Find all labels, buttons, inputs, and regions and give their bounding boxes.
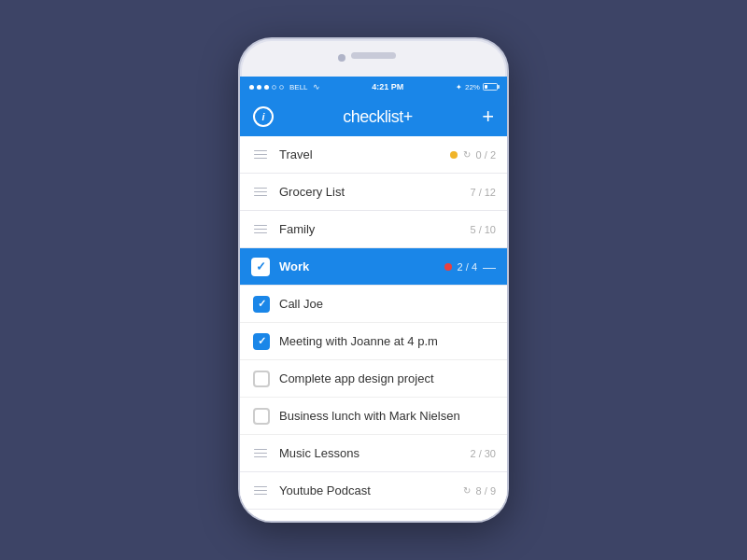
count-family: 5 / 10	[470, 224, 496, 235]
sync-icon-travel: ↻	[463, 149, 471, 160]
list-icon-family	[251, 220, 270, 239]
subitem-label-app-design: Complete app design project	[279, 371, 434, 385]
list-meta-work: 2 / 4 —	[444, 259, 496, 274]
signal-dot-5	[279, 85, 284, 90]
subitem-call-joe[interactable]: ✓ Call Joe	[240, 286, 507, 323]
status-bar: BELL ∿ 4:21 PM ✦ 22%	[240, 77, 507, 97]
list-item-family[interactable]: Family 5 / 10	[240, 211, 507, 248]
list-icon-n	[251, 519, 270, 522]
add-list-button[interactable]: +	[482, 106, 494, 127]
status-time: 4:21 PM	[372, 82, 403, 91]
bluetooth-icon: ✦	[456, 83, 462, 91]
list-icon-travel	[251, 146, 270, 164]
work-checkmark: ✓	[256, 259, 266, 273]
app-title: checklist+	[343, 107, 413, 127]
list-meta-music: 2 / 30	[470, 448, 496, 459]
status-left: BELL ∿	[249, 82, 320, 91]
signal-dot-1	[249, 85, 254, 90]
list-name-work: Work	[279, 259, 444, 273]
work-check-circle: ✓	[251, 258, 270, 276]
wifi-icon: ∿	[313, 82, 320, 91]
info-button[interactable]: i	[253, 106, 274, 127]
list-icon-youtube	[251, 482, 270, 500]
status-right: ✦ 22%	[456, 83, 498, 91]
list-item-grocery[interactable]: Grocery List 7 / 12	[240, 174, 507, 211]
phone-camera	[338, 54, 345, 62]
hamburger-icon-family	[254, 225, 267, 234]
battery-icon	[483, 83, 498, 91]
carrier-label: BELL	[289, 83, 308, 91]
count-grocery: 7 / 12	[470, 187, 496, 198]
list-name-youtube: Youtube Podcast	[279, 483, 463, 497]
list-meta-youtube: ↻ 8 / 9	[463, 485, 496, 497]
checkbox-app-design[interactable]	[253, 371, 270, 387]
list-icon-work: ✓	[251, 258, 270, 276]
volume-down-button	[238, 151, 240, 172]
signal-dot-2	[257, 85, 261, 90]
checkbox-business-lunch[interactable]	[253, 408, 270, 425]
subitem-label-meeting-joanne: Meeting with Joanne at 4 p.m	[279, 334, 438, 348]
list-name-grocery: Grocery List	[279, 185, 470, 199]
list-item-n[interactable]: N...	[240, 510, 507, 521]
list-name-family: Family	[279, 222, 470, 236]
list-item-travel[interactable]: Travel ↻ 0 / 2	[240, 136, 507, 174]
subitem-business-lunch[interactable]: Business lunch with Mark Nielsen	[240, 398, 507, 435]
list-item-music[interactable]: Music Lessons 2 / 30	[240, 435, 507, 472]
work-subitems: ✓ Call Joe ✓ Meeting with Joanne at 4 p.…	[240, 286, 507, 435]
signal-dot-4	[272, 85, 276, 90]
sync-icon-youtube: ↻	[463, 485, 471, 496]
dot-travel	[450, 151, 458, 159]
hamburger-icon-youtube	[254, 486, 267, 496]
subitem-label-call-joe: Call Joe	[279, 297, 323, 311]
volume-up-button	[238, 123, 240, 144]
checklist-body: Travel ↻ 0 / 2 Grocery List	[240, 136, 507, 521]
count-travel: 0 / 2	[476, 149, 496, 161]
signal-dot-3	[264, 85, 269, 90]
list-item-youtube[interactable]: Youtube Podcast ↻ 8 / 9	[240, 472, 507, 510]
hamburger-icon-grocery	[254, 188, 267, 197]
phone-speaker	[351, 52, 396, 59]
battery-fill	[485, 85, 487, 89]
hamburger-icon	[254, 150, 267, 160]
checkbox-call-joe[interactable]: ✓	[253, 296, 270, 313]
phone-frame: BELL ∿ 4:21 PM ✦ 22% i checklist+ +	[238, 37, 509, 523]
list-meta-travel: ↻ 0 / 2	[450, 149, 496, 161]
count-music: 2 / 30	[470, 448, 496, 459]
count-youtube: 8 / 9	[476, 485, 496, 497]
subitem-label-business-lunch: Business lunch with Mark Nielsen	[279, 409, 460, 423]
list-item-work[interactable]: ✓ Work 2 / 4 —	[240, 248, 507, 286]
app-header: i checklist+ +	[240, 97, 507, 136]
count-work: 2 / 4	[458, 261, 477, 273]
list-meta-family: 5 / 10	[470, 224, 496, 235]
list-meta-grocery: 7 / 12	[470, 187, 496, 198]
subitem-meeting-joanne[interactable]: ✓ Meeting with Joanne at 4 p.m	[240, 323, 507, 360]
list-icon-grocery	[251, 183, 270, 202]
checkbox-meeting-joanne[interactable]: ✓	[253, 333, 270, 350]
hamburger-icon-music	[254, 449, 267, 458]
dot-work	[444, 263, 452, 271]
collapse-icon-work[interactable]: —	[483, 259, 496, 274]
list-name-travel: Travel	[279, 147, 450, 161]
subitem-app-design[interactable]: Complete app design project	[240, 360, 507, 398]
power-button	[507, 142, 509, 175]
list-icon-music	[251, 444, 270, 463]
phone-screen: BELL ∿ 4:21 PM ✦ 22% i checklist+ +	[240, 77, 507, 521]
battery-percent: 22%	[465, 83, 480, 91]
list-name-music: Music Lessons	[279, 446, 470, 460]
